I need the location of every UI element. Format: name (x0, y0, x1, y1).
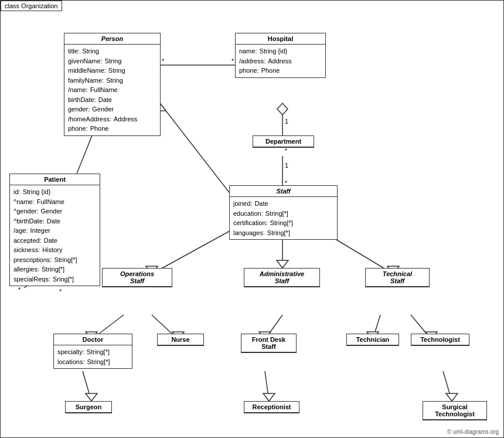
person-attrs: title:String givenName:String middleName… (64, 45, 160, 135)
patient-box: Patient id:String {id} ^name:FullName ^g… (9, 174, 100, 286)
front-desk-box: Front DeskStaff (241, 334, 297, 353)
patient-attrs: id:String {id} ^name:FullName ^gender:Ge… (10, 185, 100, 286)
hospital-box: Hospital name:String {id} /address:Addre… (235, 33, 326, 78)
svg-line-37 (443, 371, 452, 401)
svg-line-17 (152, 228, 235, 274)
doctor-attrs: specialty:String[*] locations:String[*] (54, 345, 132, 368)
technologist-title: Technologist (411, 334, 469, 345)
svg-text:*: * (285, 147, 288, 154)
svg-text:*: * (18, 286, 21, 293)
svg-line-33 (83, 371, 91, 401)
patient-title: Patient (10, 174, 100, 185)
receptionist-title: Receptionist (244, 402, 299, 413)
diagram-container: class Organization * * 1 * 1 * * * (0, 0, 504, 438)
ops-staff-box: OperationsStaff (102, 268, 172, 287)
diagram-title: class Organization (1, 1, 62, 11)
ops-staff-title: OperationsStaff (103, 269, 172, 287)
tech-staff-box: TechnicalStaff (365, 268, 430, 287)
svg-text:1: 1 (285, 162, 288, 169)
svg-marker-36 (263, 393, 275, 401)
admin-staff-box: AdministrativeStaff (244, 268, 320, 287)
svg-line-35 (265, 371, 269, 401)
admin-staff-title: AdministrativeStaff (244, 269, 319, 287)
staff-box: Staff joined:Date education:String[*] ce… (229, 185, 338, 240)
doctor-title: Doctor (54, 334, 132, 345)
svg-text:*: * (231, 57, 234, 64)
copyright-label: © uml-diagrams.org (447, 429, 499, 435)
hospital-title: Hospital (236, 33, 325, 45)
tech-staff-title: TechnicalStaff (366, 269, 429, 287)
department-title: Department (253, 136, 314, 147)
svg-text:*: * (162, 57, 165, 64)
front-desk-title: Front DeskStaff (241, 334, 296, 352)
technologist-box: Technologist (411, 334, 469, 346)
doctor-box: Doctor specialty:String[*] locations:Str… (53, 334, 132, 369)
staff-attrs: joined:Date education:String[*] certific… (230, 197, 337, 239)
surgical-tech-box: SurgicalTechnologist (423, 401, 487, 420)
svg-marker-20 (277, 260, 288, 268)
technician-title: Technician (347, 334, 399, 345)
surgeon-box: Surgeon (65, 401, 112, 413)
person-title: Person (64, 33, 160, 45)
surgeon-title: Surgeon (66, 402, 111, 413)
receptionist-box: Receptionist (244, 401, 299, 413)
surgical-tech-title: SurgicalTechnologist (423, 402, 486, 420)
svg-marker-38 (446, 393, 458, 401)
department-box: Department (253, 135, 314, 148)
svg-marker-3 (277, 103, 288, 115)
svg-text:1: 1 (285, 118, 288, 125)
hospital-attrs: name:String {id} /address:Address phone:… (236, 45, 325, 77)
svg-text:*: * (59, 288, 62, 295)
svg-marker-34 (86, 393, 97, 401)
nurse-title: Nurse (158, 334, 203, 345)
svg-line-12 (160, 103, 235, 200)
nurse-box: Nurse (157, 334, 204, 346)
person-box: Person title:String givenName:String mid… (64, 33, 161, 136)
staff-title: Staff (230, 186, 337, 197)
technician-box: Technician (346, 334, 399, 346)
